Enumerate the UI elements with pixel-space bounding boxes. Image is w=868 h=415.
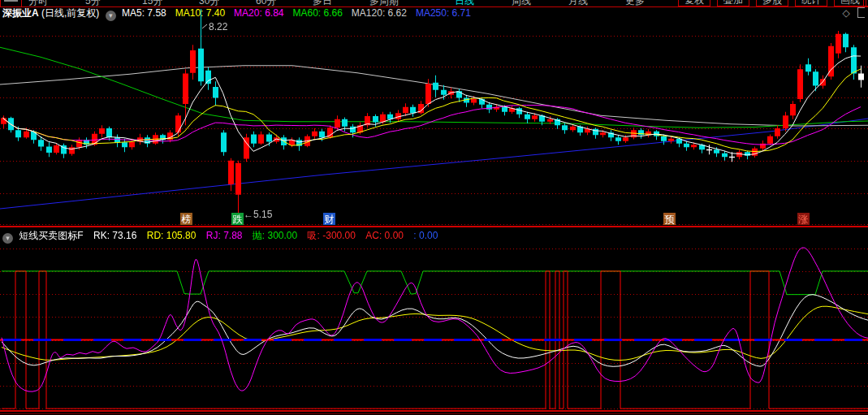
indicator-value-rd: RD: 105.80	[147, 230, 196, 241]
event-marker-榜[interactable]: 榜	[180, 213, 192, 225]
indicator-value-pao: 抛: 300.00	[253, 230, 297, 241]
event-marker-预[interactable]: 预	[663, 213, 676, 225]
menu-item-月线[interactable]: 月线	[568, 0, 588, 6]
event-marker-跌[interactable]: 跌	[231, 213, 244, 225]
toolbar-button-工具[interactable]: 工具	[863, 0, 868, 6]
bottom-border-shadow	[0, 413, 868, 414]
menu-item-多周期[interactable]: 多周期	[369, 0, 399, 6]
menu-hamburger-button[interactable]	[0, 0, 22, 6]
indicator-panel-header: ▾ 短线买卖图标F RK: 73.16 RD: 105.80 RJ: 7.88 …	[0, 228, 868, 243]
low-price-label: ←5.15	[244, 209, 272, 220]
toolbar-button-叠加[interactable]: 叠加	[717, 0, 749, 6]
indicator-value-rj: RJ: 7.88	[206, 230, 243, 241]
menu-item-分时[interactable]: 分时	[28, 0, 48, 6]
chevron-down-icon[interactable]: ▾	[2, 233, 13, 244]
panel-divider	[0, 226, 868, 227]
event-marker-财[interactable]: 财	[323, 213, 335, 225]
toolbar-button-复权[interactable]: 复权	[678, 0, 710, 6]
toolbar-button-统计[interactable]: 统计	[795, 0, 827, 6]
top-menu-bar: 分时5分15分30分60分多日多周期日线周线月线更多 复权叠加多股统计画线工具	[0, 0, 868, 6]
indicator-value-ac: AC: 0.00	[365, 230, 404, 241]
menu-item-30分[interactable]: 30分	[199, 0, 219, 6]
indicator-title: 短线买卖图标F	[19, 230, 83, 241]
menu-item-更多[interactable]: 更多	[625, 0, 645, 6]
toolbar-button-多股[interactable]: 多股	[756, 0, 788, 6]
event-marker-涨[interactable]: 涨	[797, 213, 810, 225]
menu-item-周线[interactable]: 周线	[512, 0, 531, 6]
price-chart-canvas[interactable]	[0, 7, 868, 227]
menu-item-60分[interactable]: 60分	[256, 0, 276, 6]
toolbar-button-画线[interactable]: 画线	[834, 0, 866, 6]
indicator-chart-canvas[interactable]	[0, 244, 868, 410]
high-price-label: 8.22	[209, 21, 227, 32]
app-window: 分时5分15分30分60分多日多周期日线周线月线更多 复权叠加多股统计画线工具 …	[0, 0, 868, 415]
indicator-value-rk: RK: 73.16	[93, 230, 136, 241]
bottom-border	[0, 410, 868, 412]
indicator-value-extra: : 0.00	[413, 230, 438, 241]
menu-item-5分[interactable]: 5分	[85, 0, 101, 6]
indicator-value-xi: 吸: -300.00	[308, 230, 356, 241]
menu-item-日线[interactable]: 日线	[455, 0, 474, 6]
menu-item-15分[interactable]: 15分	[142, 0, 162, 6]
menu-item-多日[interactable]: 多日	[313, 0, 332, 6]
